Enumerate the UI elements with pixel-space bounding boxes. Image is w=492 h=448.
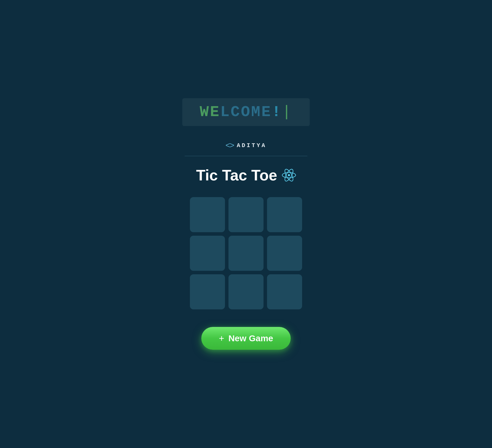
grid-cell-2[interactable] [267, 197, 302, 232]
grid-cell-7[interactable] [228, 274, 264, 309]
grid-cell-4[interactable] [228, 236, 264, 271]
welcome-come: LCOME [220, 104, 272, 121]
brand-name: ADITYA [237, 142, 266, 149]
welcome-w: W [200, 104, 210, 121]
welcome-el: E [210, 104, 220, 121]
grid-cell-6[interactable] [190, 274, 225, 309]
code-brackets-icon: <> [226, 141, 234, 150]
new-game-plus-icon: + [219, 334, 224, 343]
grid-cell-3[interactable] [190, 236, 225, 271]
new-game-button[interactable]: + New Game [201, 327, 291, 350]
grid-cell-0[interactable] [190, 197, 225, 232]
welcome-exclaim: ! [272, 104, 282, 121]
game-title: Tic Tac Toe [196, 166, 277, 184]
divider [185, 156, 307, 156]
new-game-label: New Game [228, 333, 273, 343]
welcome-cursor: | [282, 104, 292, 121]
grid-cell-1[interactable] [228, 197, 264, 232]
svg-point-3 [288, 174, 290, 176]
grid-cell-8[interactable] [267, 274, 302, 309]
grid-cell-5[interactable] [267, 236, 302, 271]
react-icon [282, 168, 296, 182]
page-wrapper: WELCOME!| <> ADITYA Tic Tac Toe [182, 98, 310, 350]
brand-area: <> ADITYA [226, 141, 267, 150]
game-title-area: Tic Tac Toe [196, 166, 296, 184]
welcome-banner: WELCOME!| [182, 98, 310, 126]
welcome-text: WELCOME!| [200, 104, 292, 121]
game-grid [190, 197, 302, 309]
